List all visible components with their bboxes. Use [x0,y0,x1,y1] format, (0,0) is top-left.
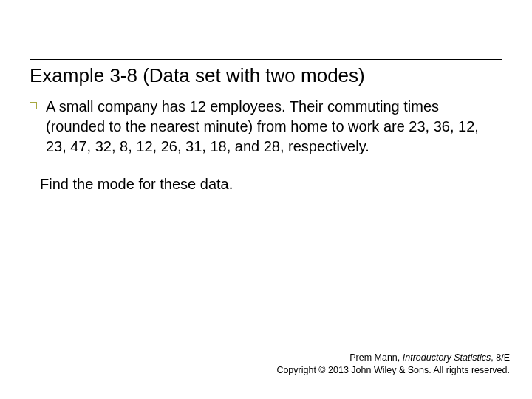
footer: Prem Mann, Introductory Statistics, 8/E … [276,352,510,377]
footer-author: Prem Mann, [349,352,403,363]
title-block: Example 3-8 (Data set with two modes) [30,59,502,92]
body-text: A small company has 12 employees. Their … [46,97,489,157]
footer-copyright: Copyright © 2013 John Wiley & Sons. All … [276,364,510,377]
rule-top [30,59,502,60]
footer-edition: , 8/E [491,352,510,363]
prompt-text: Find the mode for these data. [40,176,502,193]
slide-title: Example 3-8 (Data set with two modes) [30,61,502,92]
slide: Example 3-8 (Data set with two modes) A … [0,0,532,399]
footer-line-1: Prem Mann, Introductory Statistics, 8/E [276,352,510,364]
rule-bottom [30,92,502,92]
body-row: A small company has 12 employees. Their … [30,97,502,157]
square-bullet-icon [30,102,37,109]
footer-book: Introductory Statistics [403,352,491,363]
